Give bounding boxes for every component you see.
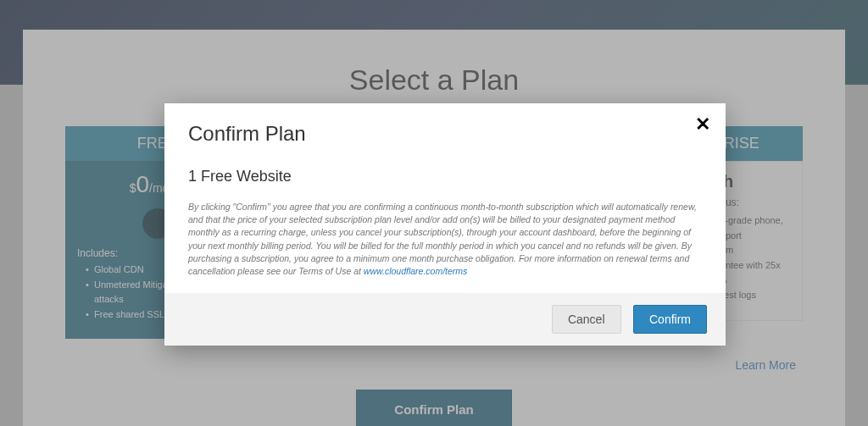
modal-title: Confirm Plan: [188, 122, 702, 146]
confirm-plan-modal: ✕ Confirm Plan 1 Free Website By clickin…: [164, 103, 726, 346]
terms-link[interactable]: www.cloudflare.com/terms: [364, 266, 468, 276]
close-icon[interactable]: ✕: [695, 115, 710, 134]
modal-body: ✕ Confirm Plan 1 Free Website By clickin…: [164, 103, 726, 293]
cancel-button[interactable]: Cancel: [552, 305, 621, 334]
modal-terms-text: By clicking "Confirm" you agree that you…: [188, 201, 702, 278]
confirm-button[interactable]: Confirm: [633, 305, 707, 334]
modal-footer: Cancel Confirm: [164, 293, 726, 346]
terms-body: By clicking "Confirm" you agree that you…: [188, 202, 697, 276]
modal-subtitle: 1 Free Website: [188, 168, 702, 185]
